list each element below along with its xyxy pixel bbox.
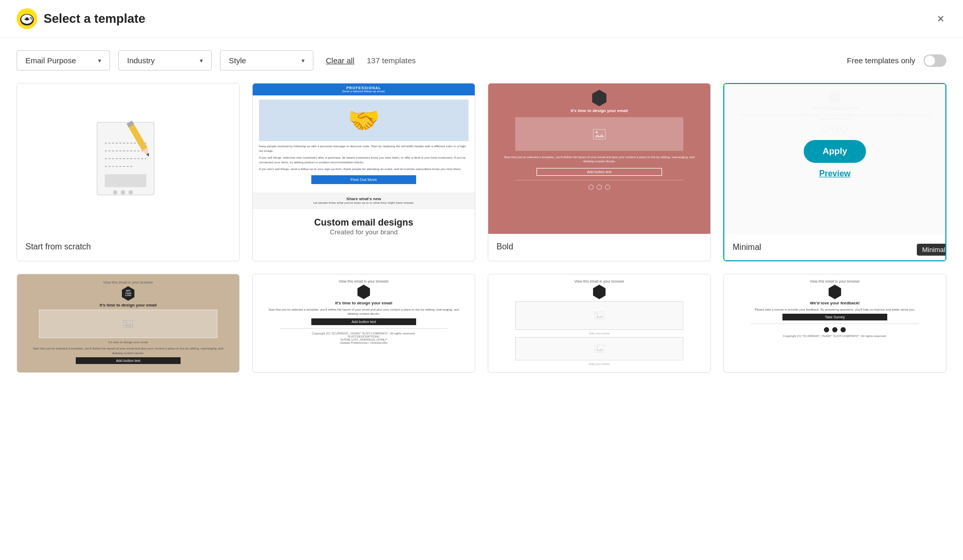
scratch-label: Start from scratch <box>17 234 239 260</box>
header: Select a template × <box>0 0 963 38</box>
free-templates-label: Free templates only <box>847 56 915 65</box>
photo-placeholder-icon <box>595 345 604 353</box>
template-card-simple[interactable]: View this email in your browser Add your… <box>488 274 711 373</box>
svg-point-14 <box>129 190 133 194</box>
template-card-scratch[interactable]: Start from scratch <box>17 83 240 261</box>
close-button[interactable]: × <box>935 9 946 28</box>
svg-point-13 <box>121 190 125 194</box>
template-card-tan-bold[interactable]: View this email in your browser ADDYOURL… <box>17 274 240 373</box>
svg-point-22 <box>126 321 127 323</box>
svg-point-24 <box>597 313 598 315</box>
template-card-minimal[interactable]: It's time to design your email Now that … <box>723 83 946 261</box>
style-dropdown[interactable]: Style ▾ <box>220 50 313 71</box>
chevron-down-icon: ▾ <box>301 57 305 64</box>
header-left: Select a template <box>17 8 145 29</box>
filter-bar: Email Purpose ▾ Industry ▾ Style ▾ Clear… <box>0 38 963 83</box>
minimal-label: Minimal <box>724 234 945 260</box>
svg-rect-11 <box>105 174 146 187</box>
template-card-plain-bold[interactable]: View this email in your browser It's tim… <box>252 274 475 373</box>
template-overlay: Apply Preview <box>724 84 945 234</box>
chevron-down-icon: ▾ <box>200 57 203 64</box>
svg-point-4 <box>29 18 30 19</box>
svg-rect-25 <box>595 345 604 353</box>
apply-button[interactable]: Apply <box>804 140 865 163</box>
scratch-sketch-icon <box>76 107 180 211</box>
svg-rect-21 <box>123 320 133 328</box>
svg-rect-23 <box>595 312 604 319</box>
industry-dropdown[interactable]: Industry ▾ <box>118 50 212 71</box>
templates-container: Start from scratch PROFESSIONAL Send a t… <box>0 83 963 389</box>
minimal-tooltip: Minimal <box>917 244 946 256</box>
custom-subtitle: Created for your brand <box>261 228 466 236</box>
email-purpose-dropdown[interactable]: Email Purpose ▾ <box>17 50 110 71</box>
svg-point-20 <box>596 131 598 133</box>
bold-label: Bold <box>488 234 710 260</box>
svg-point-12 <box>113 190 117 194</box>
photo-placeholder-icon <box>595 312 604 319</box>
svg-point-26 <box>597 346 598 348</box>
professional-preview: PROFESSIONAL Send a tailored follow-up e… <box>253 83 475 208</box>
templates-grid-row1: Start from scratch PROFESSIONAL Send a t… <box>17 83 946 261</box>
photo-placeholder-icon <box>593 129 606 139</box>
preview-button[interactable]: Preview <box>819 169 850 178</box>
clear-all-button[interactable]: Clear all <box>322 56 359 65</box>
template-card-custom[interactable]: PROFESSIONAL Send a tailored follow-up e… <box>252 83 475 261</box>
chevron-down-icon: ▾ <box>98 57 101 64</box>
templates-grid-row2: View this email in your browser ADDYOURL… <box>17 274 946 373</box>
svg-point-5 <box>31 19 33 21</box>
template-card-survey[interactable]: View this email in your browser We'd lov… <box>723 274 946 373</box>
template-count: 137 templates <box>367 56 416 65</box>
page-title: Select a template <box>44 11 145 26</box>
svg-point-3 <box>24 18 26 19</box>
custom-title: Custom email designs <box>261 217 466 228</box>
photo-placeholder-icon <box>123 320 133 328</box>
svg-rect-19 <box>593 129 606 139</box>
mailchimp-logo <box>17 8 37 29</box>
free-templates-toggle[interactable] <box>924 54 946 67</box>
template-card-bold[interactable]: It's time to design your email Now that … <box>488 83 711 261</box>
